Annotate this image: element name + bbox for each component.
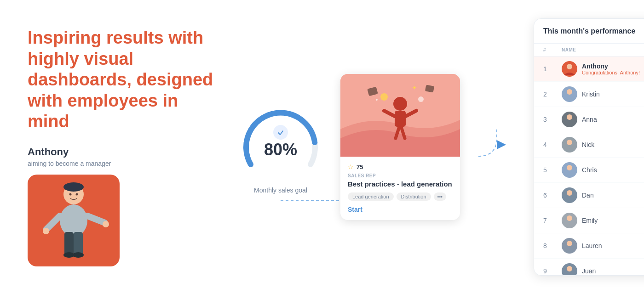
avatar — [562, 61, 577, 77]
avatar — [562, 238, 577, 254]
row-person: Emily — [562, 213, 644, 228]
svg-rect-7 — [64, 232, 74, 255]
gauge-label: Monthly sales goal — [254, 187, 307, 194]
course-star-row: ☆ 75 — [348, 163, 453, 170]
svg-text:✦: ✦ — [375, 97, 379, 102]
row-rank: 5 — [543, 166, 562, 174]
connector-svg — [478, 119, 515, 175]
course-tag-distribution: Distribution — [397, 192, 431, 201]
person-name-plain: Dan — [582, 192, 594, 199]
svg-point-29 — [567, 89, 572, 95]
row-rank: 8 — [543, 242, 562, 249]
svg-point-31 — [567, 140, 572, 145]
course-rating: 75 — [356, 164, 363, 170]
svg-point-10 — [73, 252, 84, 258]
svg-line-5 — [87, 216, 105, 223]
svg-point-6 — [103, 221, 109, 227]
col-hash: # — [543, 47, 562, 52]
row-rank: 9 — [543, 267, 562, 275]
svg-point-12 — [76, 193, 78, 195]
avatar — [562, 263, 577, 276]
course-start-button[interactable]: Start — [348, 206, 362, 213]
col-name: NAME — [562, 47, 644, 52]
row-rank: 6 — [543, 192, 562, 199]
person-name-plain: Anna — [582, 116, 597, 123]
svg-point-24 — [418, 96, 424, 102]
course-tags: Lead generation Distribution ••• — [348, 192, 453, 201]
svg-point-33 — [567, 190, 572, 196]
star-icon: ☆ — [348, 163, 354, 170]
person-name-plain: Juan — [582, 267, 596, 275]
table-row: 4 Nick 66% — [534, 132, 644, 158]
svg-point-23 — [380, 93, 388, 101]
table-row: 2 Kristin 76% — [534, 82, 644, 107]
table-row: 9 Juan 21% — [534, 259, 644, 276]
svg-point-36 — [567, 266, 572, 271]
table-row: 7 Emily 38% — [534, 208, 644, 233]
avatar — [562, 86, 577, 102]
svg-point-28 — [567, 64, 572, 69]
left-section: Inspiring results with highly visual das… — [28, 28, 221, 266]
row-person: Nick — [562, 137, 644, 153]
person-name: Anthony — [28, 146, 221, 158]
person-congrats: Congratulations, Anthony! — [582, 70, 640, 75]
svg-line-3 — [46, 216, 60, 230]
table-row: 5 Chris 52% — [534, 158, 644, 183]
row-person: Dan — [562, 187, 644, 203]
gauge-percent: 80% — [264, 141, 297, 158]
row-person: Anna — [562, 112, 644, 127]
person-name-plain: Kristin — [582, 90, 600, 98]
svg-point-2 — [60, 204, 87, 237]
row-rank: 1 — [543, 65, 562, 73]
leaderboard-panel: This month's performance › # NAME POI 1 … — [534, 18, 644, 276]
arrow-connector — [478, 119, 515, 175]
panel-header: This month's performance › — [534, 19, 644, 44]
course-card-body: ☆ 75 SALES REP Best practices - lead gen… — [340, 157, 460, 220]
svg-point-15 — [393, 97, 407, 111]
row-person: Anthony Congratulations, Anthony! — [562, 61, 644, 77]
gauge-container: 80% — [239, 100, 322, 183]
avatar — [562, 112, 577, 127]
course-tag-more: ••• — [434, 192, 447, 201]
avatar — [562, 137, 577, 153]
avatar — [562, 213, 577, 228]
svg-point-32 — [567, 165, 572, 170]
course-tag-lead-gen: Lead generation — [348, 192, 394, 201]
gauge-section: 80% Monthly sales goal — [239, 100, 322, 194]
avatar — [562, 187, 577, 203]
svg-rect-8 — [74, 232, 83, 255]
svg-point-11 — [69, 193, 72, 195]
svg-point-34 — [567, 215, 572, 221]
row-rank: 4 — [543, 141, 562, 148]
gauge-check-icon — [273, 125, 288, 140]
main-container: Inspiring results with highly visual das… — [0, 0, 644, 294]
row-rank: 2 — [543, 90, 562, 98]
table-row: 1 Anthony Congratulations, Anthony! 80% — [534, 57, 644, 82]
table-row: 3 Anna 74% — [534, 107, 644, 132]
svg-rect-16 — [395, 111, 406, 127]
svg-point-30 — [567, 114, 572, 120]
course-category: SALES REP — [348, 173, 453, 178]
leaderboard-list: 1 Anthony Congratulations, Anthony! 80%2 — [534, 57, 644, 276]
svg-point-1 — [63, 182, 84, 192]
headline: Inspiring results with highly visual das… — [28, 28, 221, 132]
table-row: 8 Lauren 35% — [534, 233, 644, 259]
person-name-plain: Chris — [582, 166, 597, 174]
course-card: ✦ ✦ ☆ 75 SALES REP Best practices - lead… — [340, 74, 460, 220]
avatar — [562, 162, 577, 178]
table-header: # NAME POI — [534, 44, 644, 57]
svg-text:✦: ✦ — [412, 84, 417, 91]
row-person: Juan — [562, 263, 644, 276]
person-name-plain: Lauren — [582, 242, 602, 249]
row-person: Kristin — [562, 86, 644, 102]
row-rank: 3 — [543, 116, 562, 123]
person-name-plain: Nick — [582, 141, 594, 148]
course-card-image: ✦ ✦ — [340, 74, 460, 157]
svg-marker-27 — [497, 140, 506, 149]
course-card-wrapper: ✦ ✦ ☆ 75 SALES REP Best practices - lead… — [340, 74, 460, 220]
row-person: Lauren — [562, 238, 644, 254]
person-name-plain: Emily — [582, 217, 598, 224]
person-illustration — [28, 175, 120, 266]
row-rank: 7 — [543, 217, 562, 224]
panel-title: This month's performance — [543, 27, 635, 35]
